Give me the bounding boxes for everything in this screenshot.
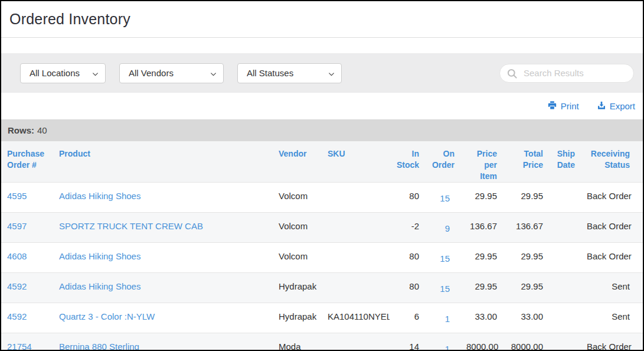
cell-purchase-order: 4592: [1, 273, 53, 303]
cell-on-order: 1: [425, 333, 460, 351]
on-order-link[interactable]: 9: [445, 223, 450, 233]
cell-receiving-status: Back Order: [581, 333, 643, 351]
cell-purchase-order: 21754: [1, 333, 53, 351]
cell-vendor: Volcom: [273, 213, 322, 243]
purchase-order-link[interactable]: 4595: [7, 191, 27, 201]
column-header-price-per-item[interactable]: Price per Item: [460, 141, 503, 183]
search-icon: [506, 68, 518, 82]
cell-vendor: Hydrapak: [273, 273, 322, 303]
page-title: Ordered Inventory: [9, 11, 130, 28]
purchase-order-link[interactable]: 4597: [7, 221, 27, 231]
cell-vendor: Moda: [273, 333, 322, 351]
product-link[interactable]: Bernina 880 Sterling: [59, 342, 139, 351]
column-header-on-order[interactable]: On Order: [425, 141, 460, 183]
rows-label: Rows:: [8, 125, 34, 135]
cell-price-per-item: 33.00: [460, 303, 503, 333]
cell-product: Adidas Hiking Shoes: [53, 243, 273, 273]
print-icon: [547, 100, 557, 112]
cell-total-price: 33.00: [503, 303, 549, 333]
cell-sku: [322, 243, 390, 273]
on-order-link[interactable]: 15: [440, 254, 450, 264]
ordered-inventory-table: Purchase Order # Product Vendor SKU In S…: [1, 141, 643, 351]
column-header-total-price[interactable]: Total Price: [503, 141, 549, 183]
cell-total-price: 29.95: [503, 273, 549, 303]
cell-price-per-item: 8000.00: [460, 333, 503, 351]
cell-on-order: 9: [425, 213, 460, 243]
purchase-order-link[interactable]: 4592: [7, 281, 27, 291]
purchase-order-link[interactable]: 4608: [7, 251, 27, 261]
cell-vendor: Hydrapak: [273, 303, 322, 333]
column-header-product[interactable]: Product: [53, 141, 273, 183]
export-button[interactable]: Export: [597, 100, 635, 112]
location-filter-wrap: All Locations: [20, 63, 106, 83]
cell-product: Quartz 3 - Color :N-YLW: [53, 303, 273, 333]
table-body: 4595 Adidas Hiking Shoes Volcom 80 15 29…: [1, 183, 643, 351]
column-header-in-stock[interactable]: In Stock: [390, 141, 425, 183]
spacer: [1, 38, 643, 53]
cell-ship-date: [549, 273, 581, 303]
cell-on-order: 15: [425, 273, 460, 303]
cell-receiving-status: Back Order: [581, 243, 643, 273]
vendor-filter-select[interactable]: All Vendors: [119, 63, 224, 83]
location-filter-select[interactable]: All Locations: [20, 63, 106, 83]
cell-receiving-status: Sent: [581, 273, 643, 303]
cell-total-price: 29.95: [503, 183, 549, 213]
purchase-order-link[interactable]: 4592: [7, 311, 27, 321]
on-order-link[interactable]: 1: [445, 344, 450, 351]
product-link[interactable]: SPORTZ TRUCK TENT CREW CAB: [59, 221, 203, 231]
export-label: Export: [610, 101, 635, 111]
cell-price-per-item: 29.95: [460, 183, 503, 213]
cell-purchase-order: 4608: [1, 243, 53, 273]
purchase-order-link[interactable]: 21754: [7, 342, 32, 351]
cell-purchase-order: 4595: [1, 183, 53, 213]
on-order-link[interactable]: 15: [440, 284, 450, 294]
table-header-row: Purchase Order # Product Vendor SKU In S…: [1, 141, 643, 183]
title-bar: Ordered Inventory: [1, 1, 643, 38]
product-link[interactable]: Adidas Hiking Shoes: [59, 281, 140, 291]
cell-in-stock: 80: [390, 183, 425, 213]
cell-vendor: Volcom: [273, 243, 322, 273]
product-link[interactable]: Adidas Hiking Shoes: [59, 251, 140, 261]
column-header-ship-date[interactable]: Ship Date: [549, 141, 581, 183]
product-link[interactable]: Adidas Hiking Shoes: [59, 191, 140, 201]
product-link[interactable]: Quartz 3 - Color :N-YLW: [59, 311, 155, 321]
column-header-sku[interactable]: SKU: [322, 141, 390, 183]
on-order-link[interactable]: 1: [445, 314, 450, 324]
action-bar: Print Export: [1, 93, 643, 119]
table-row: 21754 Bernina 880 Sterling Moda 14 1 800…: [1, 333, 643, 351]
table-row: 4595 Adidas Hiking Shoes Volcom 80 15 29…: [1, 183, 643, 213]
cell-total-price: 8000.00: [503, 333, 549, 351]
cell-price-per-item: 136.67: [460, 213, 503, 243]
cell-receiving-status: Sent: [581, 303, 643, 333]
cell-product: Bernina 880 Sterling: [53, 333, 273, 351]
column-header-receiving-status[interactable]: Receiving Status: [581, 141, 643, 183]
cell-price-per-item: 29.95: [460, 243, 503, 273]
cell-on-order: 15: [425, 243, 460, 273]
cell-ship-date: [549, 213, 581, 243]
vendor-filter-wrap: All Vendors: [119, 63, 224, 83]
cell-product: SPORTZ TRUCK TENT CREW CAB: [53, 213, 273, 243]
column-header-purchase-order[interactable]: Purchase Order #: [1, 141, 53, 183]
cell-sku: KA104110NYEL: [322, 303, 390, 333]
cell-vendor: Volcom: [273, 183, 322, 213]
cell-in-stock: 14: [390, 333, 425, 351]
cell-sku: [322, 333, 390, 351]
table-row: 4608 Adidas Hiking Shoes Volcom 80 15 29…: [1, 243, 643, 273]
cell-ship-date: [549, 333, 581, 351]
print-button[interactable]: Print: [547, 100, 579, 112]
cell-sku: [322, 273, 390, 303]
column-header-vendor[interactable]: Vendor: [273, 141, 322, 183]
search-box: [499, 64, 634, 83]
cell-ship-date: [549, 243, 581, 273]
cell-product: Adidas Hiking Shoes: [53, 273, 273, 303]
status-filter-select[interactable]: All Statuses: [237, 63, 342, 83]
cell-in-stock: 80: [390, 273, 425, 303]
cell-in-stock: -2: [390, 213, 425, 243]
search-input[interactable]: [499, 64, 634, 83]
on-order-link[interactable]: 15: [440, 193, 450, 203]
cell-sku: [322, 213, 390, 243]
cell-product: Adidas Hiking Shoes: [53, 183, 273, 213]
table-row: 4592 Adidas Hiking Shoes Hydrapak 80 15 …: [1, 273, 643, 303]
cell-price-per-item: 29.95: [460, 273, 503, 303]
cell-in-stock: 80: [390, 243, 425, 273]
